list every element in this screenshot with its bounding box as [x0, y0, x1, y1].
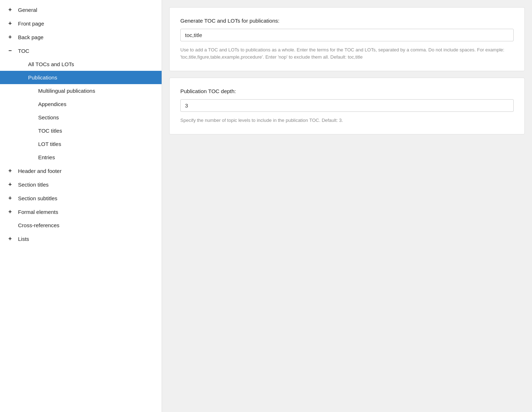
sidebar-item-label: Appendices [38, 101, 66, 107]
plus-icon: + [7, 235, 13, 242]
sidebar-item-lists[interactable]: +Lists [0, 232, 162, 246]
sidebar-item-label: All TOCs and LOTs [28, 61, 74, 67]
card-title: Generate TOC and LOTs for publications: [180, 18, 514, 24]
card-hint: Use to add a TOC and LOTs to publication… [180, 46, 514, 61]
sidebar-item-label: Sections [38, 114, 59, 120]
sidebar-item-back-page[interactable]: +Back page [0, 30, 162, 44]
sidebar: +General+Front page+Back page−TOCAll TOC… [0, 0, 162, 412]
sidebar-item-label: Entries [38, 154, 55, 160]
sidebar-item-section-titles[interactable]: +Section titles [0, 178, 162, 191]
sidebar-item-toc-titles[interactable]: TOC titles [0, 124, 162, 137]
card-input[interactable] [180, 99, 514, 112]
sidebar-item-section-subtitles[interactable]: +Section subtitles [0, 191, 162, 205]
sidebar-item-cross-references[interactable]: Cross-references [0, 219, 162, 232]
plus-icon: + [7, 168, 13, 174]
sidebar-item-front-page[interactable]: +Front page [0, 17, 162, 30]
sidebar-item-entries[interactable]: Entries [0, 151, 162, 164]
plus-icon: + [7, 209, 13, 215]
card-hint: Specify the number of topic levels to in… [180, 117, 514, 124]
sidebar-item-label: Back page [18, 34, 44, 40]
plus-icon: + [7, 181, 13, 188]
sidebar-item-label: TOC [18, 48, 29, 54]
sidebar-item-label: TOC titles [38, 128, 62, 134]
sidebar-item-appendices[interactable]: Appendices [0, 97, 162, 111]
card-input[interactable] [180, 29, 514, 41]
minus-icon: − [7, 47, 13, 54]
sidebar-item-label: Multilingual publications [38, 88, 95, 94]
sidebar-item-label: Section subtitles [18, 195, 57, 201]
sidebar-item-header-and-footer[interactable]: +Header and footer [0, 164, 162, 178]
sidebar-item-general[interactable]: +General [0, 3, 162, 17]
plus-icon: + [7, 20, 13, 27]
sidebar-item-label: Section titles [18, 182, 49, 188]
card-toc-depth: Publication TOC depth:Specify the number… [169, 78, 525, 134]
sidebar-item-label: Formal elements [18, 209, 58, 215]
sidebar-item-label: Header and footer [18, 168, 62, 174]
sidebar-item-label: Front page [18, 20, 44, 27]
sidebar-item-multilingual-publications[interactable]: Multilingual publications [0, 84, 162, 97]
card-generate-toc: Generate TOC and LOTs for publications:U… [169, 7, 525, 71]
sidebar-item-label: LOT titles [38, 141, 61, 147]
sidebar-item-label: Publications [28, 74, 57, 81]
plus-icon: + [7, 195, 13, 201]
sidebar-item-toc[interactable]: −TOC [0, 44, 162, 58]
main-content: Generate TOC and LOTs for publications:U… [162, 0, 532, 412]
sidebar-item-sections[interactable]: Sections [0, 111, 162, 124]
sidebar-item-formal-elements[interactable]: +Formal elements [0, 205, 162, 219]
sidebar-item-publications[interactable]: Publications [0, 71, 162, 84]
sidebar-item-label: Cross-references [18, 222, 59, 228]
sidebar-item-label: Lists [18, 236, 29, 242]
card-title: Publication TOC depth: [180, 88, 514, 94]
plus-icon: + [7, 34, 13, 40]
sidebar-item-label: General [18, 7, 37, 13]
sidebar-item-all-tocs-and-lots[interactable]: All TOCs and LOTs [0, 58, 162, 71]
plus-icon: + [7, 6, 13, 13]
sidebar-item-lot-titles[interactable]: LOT titles [0, 137, 162, 151]
